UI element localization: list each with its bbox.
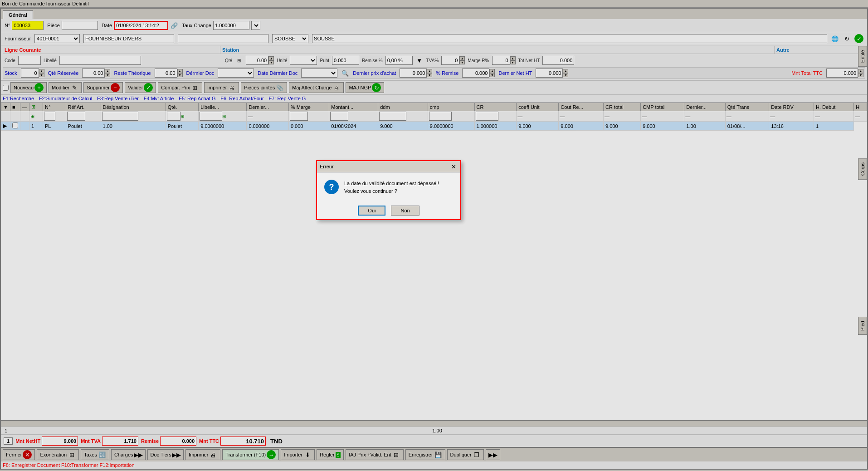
dialog-non-button[interactable]: Non [391, 206, 419, 216]
dialog-title: Erreur [320, 164, 334, 169]
dialog-box: Erreur ✕ ? La date du validité document … [316, 160, 461, 220]
dialog-body: ? La date du validité document est dépas… [317, 172, 460, 202]
dialog-title-bar: Erreur ✕ [317, 161, 460, 172]
dialog-buttons: Oui Non [317, 202, 460, 219]
dialog-message: La date du validité document est dépassé… [344, 180, 439, 195]
dialog-close-icon[interactable]: ✕ [449, 162, 458, 171]
dialog-overlay: Erreur ✕ ? La date du validité document … [0, 0, 868, 471]
dialog-oui-button[interactable]: Oui [358, 206, 385, 216]
dialog-question-icon: ? [324, 180, 339, 194]
dialog-line1: La date du validité document est dépassé… [344, 180, 439, 187]
dialog-line2: Voulez vous continuer ? [344, 187, 439, 195]
